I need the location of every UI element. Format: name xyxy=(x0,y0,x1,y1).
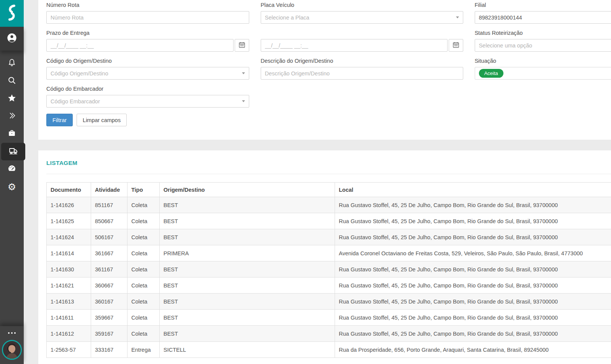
field-codigo-origem-destino: Código do Origem/Destino Código Origem/D… xyxy=(46,58,249,80)
more-options-button[interactable] xyxy=(0,332,24,334)
status-roteirizacao-select[interactable]: Selecione uma opção xyxy=(475,39,611,52)
table-row[interactable]: 1-141621360667ColetaBESTRua Gustavo Stof… xyxy=(47,277,611,294)
table-row[interactable]: 1-141614361667ColetaPRIMERAAvenida Coron… xyxy=(47,245,611,261)
sidebar-item-expand[interactable] xyxy=(0,108,24,125)
calendar-icon xyxy=(239,42,245,49)
sidebar-item-notifications[interactable] xyxy=(0,55,24,72)
sidebar-item-settings[interactable]: ⚙ xyxy=(0,178,24,196)
search-icon xyxy=(7,76,16,87)
cell-origem-destino: BEST xyxy=(160,294,335,310)
calendar-icon xyxy=(453,42,459,49)
prazo-entrega-label: Prazo de Entrega xyxy=(46,30,249,36)
speedometer-icon xyxy=(7,164,16,175)
codigo-embarcador-select[interactable]: Código Embarcador xyxy=(46,95,249,108)
app-logo[interactable] xyxy=(0,0,24,27)
cell-documento: 1-141630 xyxy=(47,261,91,277)
cell-atividade: 361167 xyxy=(91,261,127,277)
cell-local: Rua Gustavo Stoffel, 45, 25 De Julho, Ca… xyxy=(335,326,611,342)
field-prazo-entrega-fim xyxy=(261,30,463,52)
table-row[interactable]: 1-141625850667ColetaBESTRua Gustavo Stof… xyxy=(47,213,611,229)
column-header: Documento xyxy=(47,183,91,197)
cell-origem-destino: BEST xyxy=(160,229,335,245)
descricao-origem-destino-input[interactable] xyxy=(261,67,463,80)
cell-origem-destino: BEST xyxy=(160,310,335,326)
table-row[interactable]: 1-141630361167ColetaBESTRua Gustavo Stof… xyxy=(47,261,611,277)
cell-tipo: Coleta xyxy=(127,326,160,342)
field-filial: Filial xyxy=(475,2,611,24)
field-numero-rota: Número Rota xyxy=(46,2,249,24)
table-body: 1-141626851167ColetaBESTRua Gustavo Stof… xyxy=(47,197,611,358)
cell-local: Avenida Coronel Octaviano de Freitas Cos… xyxy=(335,245,611,261)
filial-input[interactable] xyxy=(475,11,611,24)
sidebar-item-dashboard[interactable] xyxy=(0,160,24,178)
cell-origem-destino: BEST xyxy=(160,261,335,277)
listing-table: DocumentoAtividadeTipoOrigem/DestinoLoca… xyxy=(46,182,611,358)
cell-tipo: Coleta xyxy=(127,229,160,245)
cell-atividade: 851167 xyxy=(91,197,127,213)
field-descricao-origem-destino: Descrição do Origem/Destino xyxy=(261,58,463,80)
field-situacao: Situação Aceita xyxy=(475,58,611,80)
codigo-embarcador-label: Código do Embarcador xyxy=(46,86,249,92)
field-codigo-embarcador: Código do Embarcador Código Embarcador xyxy=(46,86,249,108)
cell-tipo: Coleta xyxy=(127,277,160,294)
table-row[interactable]: 1-141612359167ColetaBESTRua Gustavo Stof… xyxy=(47,326,611,342)
cell-local: Rua Gustavo Stoffel, 45, 25 De Julho, Ca… xyxy=(335,277,611,294)
prazo-entrega-inicio-input[interactable] xyxy=(46,39,234,52)
sidebar-item-profile[interactable] xyxy=(0,27,24,51)
filter-panel: Número Rota Prazo de Entrega xyxy=(38,0,611,140)
prazo-entrega-fim-calendar-button[interactable] xyxy=(449,39,463,52)
cell-origem-destino: BEST xyxy=(160,326,335,342)
cell-tipo: Coleta xyxy=(127,261,160,277)
cell-local: Rua Gustavo Stoffel, 45, 25 De Julho, Ca… xyxy=(335,229,611,245)
status-badge[interactable]: Aceita xyxy=(479,69,503,78)
gear-icon: ⚙ xyxy=(8,182,16,192)
avatar[interactable] xyxy=(2,340,22,360)
table-row[interactable]: 1-141624506167ColetaBESTRua Gustavo Stof… xyxy=(47,229,611,245)
column-header: Tipo xyxy=(127,183,160,197)
cell-atividade: 360167 xyxy=(91,294,127,310)
table-row[interactable]: 1-141626851167ColetaBESTRua Gustavo Stof… xyxy=(47,197,611,213)
placa-veiculo-select[interactable]: Selecione a Placa xyxy=(261,11,463,24)
chevron-down-icon xyxy=(242,72,245,74)
cell-atividade: 359667 xyxy=(91,310,127,326)
sidebar-item-search[interactable] xyxy=(0,72,24,90)
table-header-row: DocumentoAtividadeTipoOrigem/DestinoLoca… xyxy=(47,183,611,197)
table-row[interactable]: 1-141613360167ColetaBESTRua Gustavo Stof… xyxy=(47,294,611,310)
cell-local: Rua Gustavo Stoffel, 45, 25 De Julho, Ca… xyxy=(335,310,611,326)
listing-panel: LISTAGEM DocumentoAtividadeTipoOrigem/De… xyxy=(38,150,611,364)
cell-tipo: Entrega xyxy=(127,342,160,358)
sidebar-item-business[interactable] xyxy=(0,125,24,143)
sidebar-nav: ⚙ xyxy=(0,55,24,196)
limpar-campos-button[interactable]: Limpar campos xyxy=(77,114,127,126)
bell-icon xyxy=(7,58,16,69)
cell-tipo: Coleta xyxy=(127,213,160,229)
descricao-origem-destino-label: Descrição do Origem/Destino xyxy=(261,58,463,64)
prazo-entrega-inicio-calendar-button[interactable] xyxy=(235,39,249,52)
sidebar-item-routes[interactable] xyxy=(1,143,25,160)
logo-icon xyxy=(6,4,18,23)
filial-label: Filial xyxy=(475,2,611,8)
cell-documento: 1-141626 xyxy=(47,197,91,213)
sidebar-item-favorites[interactable] xyxy=(0,90,24,108)
cell-atividade: 360667 xyxy=(91,277,127,294)
cell-local: Rua Gustavo Stoffel, 45, 25 De Julho, Ca… xyxy=(335,294,611,310)
sidebar-bottom xyxy=(0,326,24,364)
column-header: Atividade xyxy=(91,183,127,197)
cell-tipo: Coleta xyxy=(127,245,160,261)
cell-tipo: Coleta xyxy=(127,294,160,310)
table-row[interactable]: 1-141611359667ColetaBESTRua Gustavo Stof… xyxy=(47,310,611,326)
user-circle-icon xyxy=(7,33,17,45)
codigo-origem-destino-label: Código do Origem/Destino xyxy=(46,58,249,64)
field-prazo-entrega: Prazo de Entrega xyxy=(46,30,249,52)
cell-documento: 1-141614 xyxy=(47,245,91,261)
status-roteirizacao-label: Status Roteirização xyxy=(475,30,611,36)
codigo-origem-destino-select[interactable]: Código Origem/Destino xyxy=(46,67,249,80)
briefcase-icon xyxy=(7,129,16,139)
table-row[interactable]: 1-2563-57333167EntregaSICTELLRua da Pros… xyxy=(47,342,611,358)
situacao-box: Aceita xyxy=(475,67,611,80)
sidebar: ⚙ xyxy=(0,0,24,364)
numero-rota-input[interactable] xyxy=(46,11,249,24)
filtrar-button[interactable]: Filtrar xyxy=(46,114,73,126)
cell-documento: 1-141625 xyxy=(47,213,91,229)
prazo-entrega-fim-input[interactable] xyxy=(261,39,448,52)
